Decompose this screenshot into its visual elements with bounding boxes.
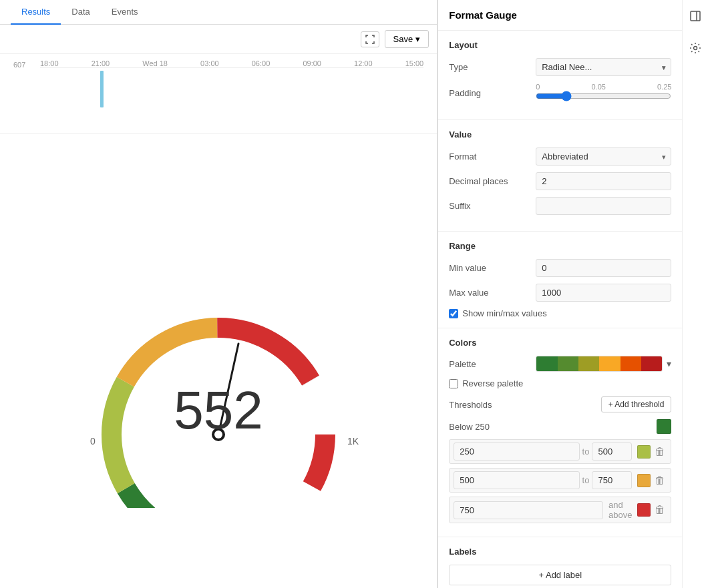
reverse-palette-label[interactable]: Reverse palette bbox=[462, 378, 523, 388]
add-threshold-button[interactable]: + Add threshold bbox=[601, 396, 672, 412]
min-label: Min value bbox=[449, 263, 536, 273]
suffix-control bbox=[536, 197, 671, 215]
thresholds-label: Thresholds bbox=[449, 400, 492, 410]
max-control bbox=[536, 284, 671, 302]
type-control: Radial Nee... ▾ bbox=[536, 58, 671, 76]
colors-title: Colors bbox=[449, 338, 671, 348]
max-input[interactable] bbox=[536, 284, 671, 302]
below-250-color[interactable] bbox=[657, 419, 671, 434]
svg-point-8 bbox=[694, 47, 697, 50]
threshold-750-label: and above bbox=[606, 500, 632, 520]
palette-swatch-6 bbox=[641, 356, 662, 371]
chart-area: 607 18:00 21:00 Wed 18 03:00 06:00 09:00… bbox=[0, 54, 437, 134]
palette-preview[interactable] bbox=[536, 356, 663, 372]
threshold-500-from[interactable] bbox=[454, 471, 579, 489]
show-minmax-checkbox[interactable] bbox=[449, 309, 458, 318]
format-label: Format bbox=[449, 152, 536, 162]
palette-swatch-3 bbox=[578, 356, 599, 371]
padding-row: Padding 0 0.05 0.25 bbox=[449, 83, 671, 103]
show-minmax-row: Show min/max values bbox=[449, 308, 671, 318]
labels-title: Labels bbox=[449, 547, 671, 557]
side-icons bbox=[682, 0, 708, 588]
gauge-max-label: 1K bbox=[347, 436, 359, 447]
format-control: Abbreviated ▾ bbox=[536, 148, 671, 166]
fullscreen-button[interactable] bbox=[361, 31, 379, 47]
min-input[interactable] bbox=[536, 259, 671, 277]
palette-label: Palette bbox=[449, 359, 536, 369]
threshold-250-color[interactable] bbox=[637, 445, 651, 459]
threshold-250-to[interactable] bbox=[592, 443, 632, 461]
padding-label: Padding bbox=[449, 88, 536, 98]
panel-title: Format Gauge bbox=[438, 0, 682, 31]
palette-swatch-4 bbox=[599, 356, 620, 371]
range-section: Range Min value Max value Show min/max v… bbox=[438, 232, 682, 328]
threshold-500-to-label: to bbox=[582, 475, 590, 485]
tab-bar: Results Data Events bbox=[0, 0, 437, 25]
below-250-label: Below 250 bbox=[449, 422, 490, 432]
palette-swatch-1 bbox=[536, 356, 557, 371]
threshold-750-from[interactable] bbox=[454, 501, 603, 519]
padding-slider[interactable] bbox=[536, 91, 671, 101]
tab-data[interactable]: Data bbox=[61, 0, 100, 25]
max-label: Max value bbox=[449, 288, 536, 298]
format-select[interactable]: Abbreviated bbox=[536, 148, 671, 166]
add-label-button[interactable]: + Add label bbox=[449, 565, 671, 585]
labels-section: Labels + Add label bbox=[438, 537, 682, 588]
palette-chevron[interactable]: ▾ bbox=[667, 358, 671, 369]
threshold-500-color[interactable] bbox=[637, 474, 651, 487]
padding-control: 0 0.05 0.25 bbox=[536, 83, 671, 103]
threshold-250-from[interactable] bbox=[454, 443, 579, 461]
suffix-input[interactable] bbox=[536, 197, 671, 215]
decimal-label: Decimal places bbox=[449, 176, 536, 186]
threshold-250-to-label: to bbox=[582, 447, 590, 457]
tab-results[interactable]: Results bbox=[11, 0, 61, 25]
value-title: Value bbox=[449, 129, 671, 139]
format-row: Format Abbreviated ▾ bbox=[449, 148, 671, 166]
min-control bbox=[536, 259, 671, 277]
threshold-750-color[interactable] bbox=[637, 503, 651, 517]
threshold-row-250: to 🗑 bbox=[449, 439, 671, 464]
suffix-label: Suffix bbox=[449, 201, 536, 211]
colors-section: Colors Palette ▾ Reverse palette bbox=[438, 328, 682, 537]
toolbar: Save ▾ bbox=[0, 25, 437, 54]
reverse-palette-row: Reverse palette bbox=[449, 378, 671, 388]
threshold-row-500: to 🗑 bbox=[449, 468, 671, 493]
gauge-svg bbox=[38, 241, 399, 508]
decimal-row: Decimal places bbox=[449, 172, 671, 190]
threshold-row-750: and above 🗑 bbox=[449, 497, 671, 523]
right-panel: Format Gauge Layout Type Radial Nee... ▾… bbox=[437, 0, 682, 588]
suffix-row: Suffix bbox=[449, 197, 671, 215]
threshold-500-to[interactable] bbox=[592, 471, 632, 489]
value-section: Value Format Abbreviated ▾ Decimal place… bbox=[438, 120, 682, 232]
gauge-min-label: 0 bbox=[90, 436, 96, 447]
palette-row: Palette ▾ bbox=[449, 356, 671, 372]
save-button[interactable]: Save ▾ bbox=[385, 30, 429, 48]
tab-events[interactable]: Events bbox=[101, 0, 149, 25]
reverse-palette-checkbox[interactable] bbox=[449, 379, 458, 388]
max-row: Max value bbox=[449, 284, 671, 302]
thresholds-header: Thresholds + Add threshold bbox=[449, 396, 671, 412]
threshold-500-delete[interactable]: 🗑 bbox=[653, 475, 667, 487]
threshold-750-delete[interactable]: 🗑 bbox=[653, 504, 667, 516]
below-250-row: Below 250 bbox=[449, 419, 671, 434]
chart-y-label: 607 bbox=[13, 61, 25, 69]
decimal-input[interactable] bbox=[536, 172, 671, 190]
decimal-control bbox=[536, 172, 671, 190]
palette-swatch-2 bbox=[558, 356, 578, 371]
settings-icon[interactable] bbox=[685, 37, 706, 59]
gauge-value: 552 bbox=[174, 380, 262, 441]
palette-control: ▾ bbox=[536, 356, 671, 372]
svg-rect-6 bbox=[691, 11, 700, 21]
type-label: Type bbox=[449, 62, 536, 72]
gauge-container: 552 0 1K bbox=[0, 134, 437, 588]
threshold-250-delete[interactable]: 🗑 bbox=[653, 446, 667, 458]
layout-section: Layout Type Radial Nee... ▾ Padding 0 0.… bbox=[438, 31, 682, 120]
show-minmax-label[interactable]: Show min/max values bbox=[462, 308, 546, 318]
palette-swatch-5 bbox=[621, 356, 641, 371]
layout-title: Layout bbox=[449, 40, 671, 50]
type-select[interactable]: Radial Nee... bbox=[536, 58, 671, 76]
min-row: Min value bbox=[449, 259, 671, 277]
range-title: Range bbox=[449, 241, 671, 251]
panel-toggle-icon[interactable] bbox=[685, 5, 706, 27]
type-row: Type Radial Nee... ▾ bbox=[449, 58, 671, 76]
